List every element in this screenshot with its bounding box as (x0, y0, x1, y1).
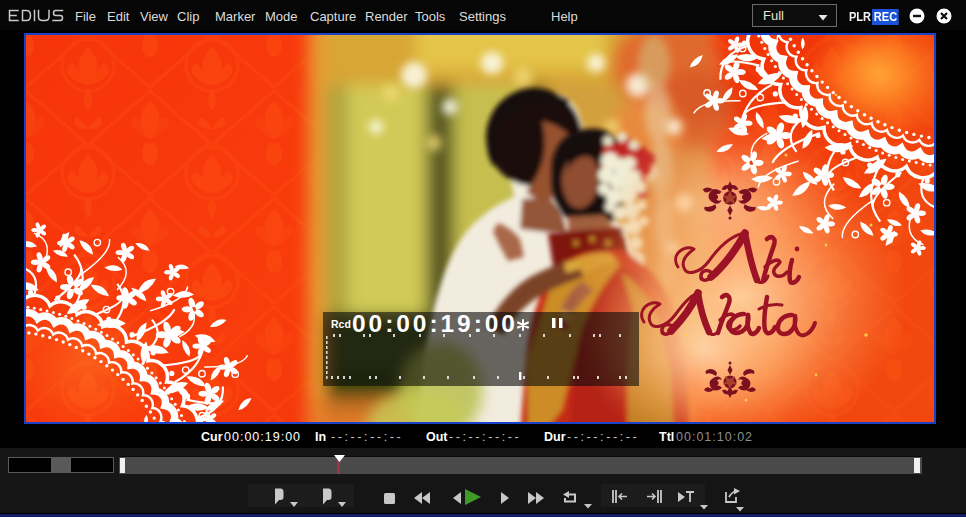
svg-text:Rcd: Rcd (331, 318, 351, 330)
svg-text:00:00:19:00: 00:00:19:00 (352, 310, 515, 337)
